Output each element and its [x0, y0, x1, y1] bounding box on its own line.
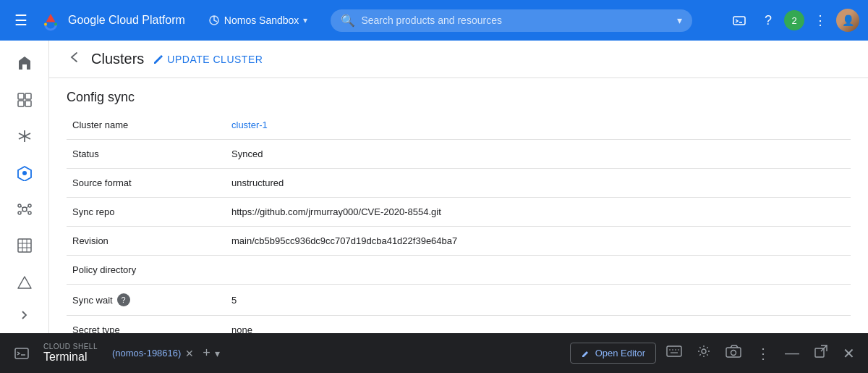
- cloud-shell-title-text: CLOUD SHELL: [43, 343, 98, 351]
- table-row: Sync wait ? 5: [67, 285, 851, 316]
- svg-rect-22: [18, 239, 31, 252]
- svg-point-12: [22, 171, 27, 175]
- update-cluster-label: UPDATE CLUSTER: [167, 54, 263, 65]
- notifications-badge[interactable]: 2: [784, 10, 804, 30]
- field-label: Secret type: [67, 316, 226, 334]
- keyboard-icon[interactable]: [662, 340, 686, 366]
- svg-rect-3: [733, 17, 745, 25]
- tab-name: (nomos-198616): [112, 348, 181, 359]
- page-header: Clusters UPDATE CLUSTER: [49, 41, 868, 78]
- field-label: Source format: [67, 169, 226, 198]
- search-voice-icon[interactable]: ▾: [677, 14, 682, 26]
- sidebar-item-warning[interactable]: [7, 266, 42, 299]
- svg-rect-7: [25, 101, 31, 106]
- project-dropdown-icon: ▾: [303, 15, 307, 25]
- sync-wait-help-icon[interactable]: ?: [117, 293, 130, 306]
- back-button[interactable]: [67, 49, 82, 69]
- cluster-link[interactable]: cluster-1: [231, 120, 268, 130]
- svg-point-16: [18, 211, 21, 214]
- svg-point-35: [702, 349, 706, 353]
- top-navigation: ☰ Google Cloud Platform Nomos Sandbox ▾ …: [0, 0, 868, 41]
- camera-icon[interactable]: [721, 340, 746, 366]
- camera-svg-icon: [726, 345, 741, 358]
- pencil-icon: [153, 54, 164, 65]
- settings-icon[interactable]: [692, 340, 715, 366]
- cloud-shell-icon[interactable]: [726, 7, 752, 33]
- terminal-tab: (nomos-198616) ✕ + ▾: [112, 345, 220, 361]
- grid-icon: [17, 238, 33, 253]
- minimize-button[interactable]: —: [780, 340, 804, 366]
- sidebar-item-asterisk[interactable]: [7, 120, 42, 153]
- sidebar-item-grid[interactable]: [7, 229, 42, 262]
- more-options-icon[interactable]: ⋮: [807, 7, 833, 33]
- field-label: Cluster name: [67, 111, 226, 140]
- dashboard-icon: [17, 92, 33, 108]
- tab-close-button[interactable]: ✕: [185, 348, 194, 359]
- update-cluster-button[interactable]: UPDATE CLUSTER: [153, 54, 263, 65]
- help-icon[interactable]: ?: [755, 7, 781, 33]
- svg-line-21: [27, 211, 28, 212]
- field-value: 5: [226, 285, 851, 316]
- sidebar-item-anthos[interactable]: [7, 156, 42, 189]
- svg-point-37: [731, 351, 736, 356]
- field-value: unstructured: [226, 169, 851, 198]
- field-value: https://github.com/jrmurray000/CVE-2020-…: [226, 198, 851, 227]
- avatar[interactable]: 👤: [836, 9, 859, 32]
- open-editor-button[interactable]: Open Editor: [570, 343, 656, 364]
- field-label: Status: [67, 140, 226, 169]
- svg-line-19: [27, 206, 28, 208]
- sidebar: [0, 41, 49, 333]
- table-row: Cluster name cluster-1: [67, 111, 851, 140]
- svg-point-17: [28, 211, 31, 214]
- table-row: Revision main/cb5b95cc936dc9cc707d19dcba…: [67, 227, 851, 256]
- config-sync-title: Config sync: [67, 78, 851, 111]
- field-label: Sync wait ?: [67, 285, 226, 316]
- project-selector[interactable]: Nomos Sandbox ▾: [203, 12, 314, 29]
- page-title: Clusters: [91, 51, 144, 67]
- home-icon: [16, 54, 33, 72]
- sidebar-item-nodes[interactable]: [7, 193, 42, 226]
- search-bar[interactable]: 🔍 ▾: [331, 9, 692, 32]
- content-body: Config sync Cluster name cluster-1 Statu…: [49, 78, 868, 333]
- terminal-icon: [14, 346, 29, 361]
- app-title: Google Cloud Platform: [68, 14, 185, 27]
- tab-dropdown-button[interactable]: ▾: [215, 348, 220, 359]
- more-vertical-icon[interactable]: ⋮: [752, 340, 775, 366]
- sidebar-item-home[interactable]: [7, 46, 42, 80]
- open-external-button[interactable]: [809, 340, 833, 366]
- search-input[interactable]: [361, 14, 671, 26]
- anthos-icon: [17, 165, 33, 181]
- field-label: Policy directory: [67, 256, 226, 285]
- table-row: Secret type none: [67, 316, 851, 334]
- svg-rect-29: [667, 346, 681, 356]
- close-button[interactable]: ✕: [838, 340, 859, 366]
- svg-rect-5: [25, 93, 31, 99]
- svg-point-14: [18, 204, 21, 207]
- bottom-actions: Open Editor ⋮ —: [570, 340, 859, 366]
- open-editor-label: Open Editor: [595, 348, 645, 359]
- svg-point-0: [44, 23, 47, 26]
- svg-line-20: [21, 211, 22, 212]
- table-row: Status Synced: [67, 140, 851, 169]
- field-value[interactable]: cluster-1: [226, 111, 851, 140]
- field-value: [226, 256, 851, 285]
- field-value: Synced: [226, 140, 851, 169]
- sidebar-expand-btn[interactable]: [7, 302, 42, 327]
- project-icon: [208, 14, 220, 26]
- svg-point-13: [22, 207, 27, 211]
- svg-rect-6: [18, 101, 24, 106]
- editor-pencil-icon: [581, 348, 591, 359]
- svg-point-1: [54, 23, 57, 26]
- sidebar-item-dashboard[interactable]: [7, 83, 42, 116]
- field-value: none: [226, 316, 851, 334]
- svg-point-15: [28, 204, 31, 207]
- back-arrow-icon: [67, 49, 82, 65]
- main-layout: Clusters UPDATE CLUSTER Config sync Clus…: [0, 41, 868, 333]
- nav-action-icons: ? 2 ⋮ 👤: [726, 7, 859, 33]
- terminal-icon-btn[interactable]: [9, 346, 35, 361]
- tab-add-button[interactable]: +: [203, 345, 210, 361]
- svg-rect-4: [18, 93, 24, 99]
- field-label: Sync repo: [67, 198, 226, 227]
- menu-icon[interactable]: ☰: [9, 6, 33, 35]
- keyboard-svg-icon: [666, 345, 682, 358]
